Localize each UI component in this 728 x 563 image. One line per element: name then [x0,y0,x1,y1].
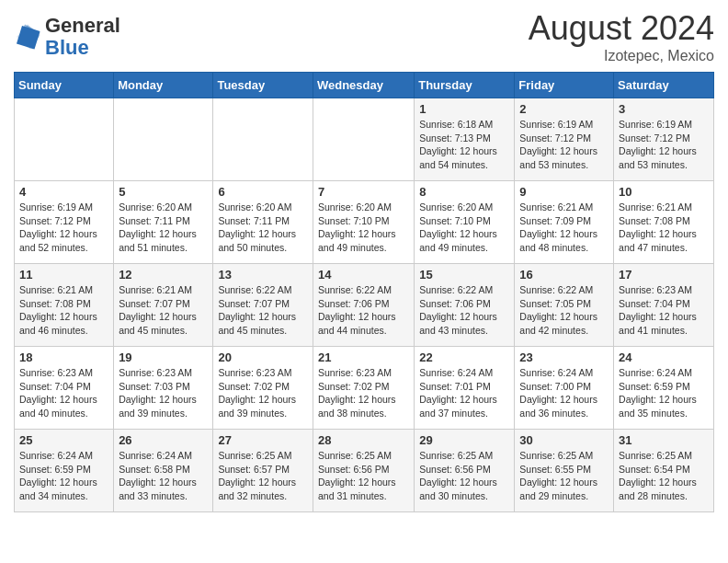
calendar-header-row: Sunday Monday Tuesday Wednesday Thursday… [15,73,714,98]
day-number: 30 [519,433,609,447]
table-row: 26Sunrise: 6:24 AMSunset: 6:58 PMDayligh… [114,430,213,512]
table-row: 30Sunrise: 6:25 AMSunset: 6:55 PMDayligh… [515,430,614,512]
table-row: 28Sunrise: 6:25 AMSunset: 6:56 PMDayligh… [313,430,414,512]
table-row: 7Sunrise: 6:20 AMSunset: 7:10 PMDaylight… [313,181,414,264]
day-number: 1 [419,102,509,116]
table-row: 6Sunrise: 6:20 AMSunset: 7:11 PMDaylight… [213,181,313,264]
day-info: Sunrise: 6:22 AMSunset: 7:06 PMDaylight:… [419,283,509,338]
day-info: Sunrise: 6:24 AMSunset: 6:59 PMDaylight:… [619,366,709,420]
table-row: 12Sunrise: 6:21 AMSunset: 7:07 PMDayligh… [114,264,213,347]
day-number: 28 [318,433,409,447]
col-monday: Monday [114,73,213,98]
day-number: 7 [318,185,409,199]
day-number: 11 [19,268,108,282]
day-info: Sunrise: 6:21 AMSunset: 7:08 PMDaylight:… [19,283,108,338]
day-info: Sunrise: 6:22 AMSunset: 7:05 PMDaylight:… [519,283,609,338]
day-info: Sunrise: 6:23 AMSunset: 7:04 PMDaylight:… [619,283,709,338]
day-info: Sunrise: 6:19 AMSunset: 7:12 PMDaylight:… [19,201,108,255]
day-number: 18 [19,350,108,364]
day-number: 2 [519,102,609,116]
day-number: 24 [619,350,709,364]
col-thursday: Thursday [415,73,515,98]
day-info: Sunrise: 6:20 AMSunset: 7:11 PMDaylight:… [119,201,208,255]
day-number: 8 [419,185,509,199]
table-row: 10Sunrise: 6:21 AMSunset: 7:08 PMDayligh… [614,181,714,264]
logo-icon [14,23,41,51]
table-row [114,98,213,181]
day-number: 5 [119,185,208,199]
day-info: Sunrise: 6:21 AMSunset: 7:07 PMDaylight:… [119,283,208,338]
logo-blue-text: Blue [45,36,89,59]
table-row: 27Sunrise: 6:25 AMSunset: 6:57 PMDayligh… [213,430,313,512]
day-number: 31 [619,433,709,447]
calendar-week-row: 4Sunrise: 6:19 AMSunset: 7:12 PMDaylight… [15,181,714,264]
day-info: Sunrise: 6:25 AMSunset: 6:56 PMDaylight:… [318,449,409,503]
day-info: Sunrise: 6:24 AMSunset: 7:00 PMDaylight:… [519,366,609,420]
day-info: Sunrise: 6:21 AMSunset: 7:08 PMDaylight:… [619,201,709,255]
day-number: 13 [218,268,308,282]
day-info: Sunrise: 6:22 AMSunset: 7:06 PMDaylight:… [318,283,409,338]
day-info: Sunrise: 6:25 AMSunset: 6:56 PMDaylight:… [419,449,509,503]
day-info: Sunrise: 6:20 AMSunset: 7:10 PMDaylight:… [419,201,509,255]
day-number: 25 [19,433,108,447]
calendar-week-row: 11Sunrise: 6:21 AMSunset: 7:08 PMDayligh… [15,264,714,347]
table-row: 4Sunrise: 6:19 AMSunset: 7:12 PMDaylight… [15,181,114,264]
logo: General Blue [14,15,120,59]
table-row: 18Sunrise: 6:23 AMSunset: 7:04 PMDayligh… [15,347,114,430]
day-number: 6 [218,185,308,199]
table-row: 1Sunrise: 6:18 AMSunset: 7:13 PMDaylight… [415,98,515,181]
table-row: 23Sunrise: 6:24 AMSunset: 7:00 PMDayligh… [515,347,614,430]
day-number: 15 [419,268,509,282]
day-number: 23 [519,350,609,364]
day-number: 12 [119,268,208,282]
day-info: Sunrise: 6:25 AMSunset: 6:55 PMDaylight:… [519,449,609,503]
day-info: Sunrise: 6:18 AMSunset: 7:13 PMDaylight:… [419,118,509,172]
table-row: 2Sunrise: 6:19 AMSunset: 7:12 PMDaylight… [515,98,614,181]
col-friday: Friday [515,73,614,98]
table-row: 15Sunrise: 6:22 AMSunset: 7:06 PMDayligh… [415,264,515,347]
day-info: Sunrise: 6:23 AMSunset: 7:02 PMDaylight:… [218,366,308,420]
table-row [213,98,313,181]
col-tuesday: Tuesday [213,73,313,98]
calendar-week-row: 1Sunrise: 6:18 AMSunset: 7:13 PMDaylight… [15,98,714,181]
day-info: Sunrise: 6:23 AMSunset: 7:02 PMDaylight:… [318,366,409,420]
table-row: 3Sunrise: 6:19 AMSunset: 7:12 PMDaylight… [614,98,714,181]
day-info: Sunrise: 6:20 AMSunset: 7:11 PMDaylight:… [218,201,308,255]
day-info: Sunrise: 6:24 AMSunset: 6:58 PMDaylight:… [119,449,208,503]
day-number: 4 [19,185,108,199]
page-header: General Blue August 2024 Izotepec, Mexic… [14,9,714,64]
table-row: 14Sunrise: 6:22 AMSunset: 7:06 PMDayligh… [313,264,414,347]
day-number: 17 [619,268,709,282]
table-row: 5Sunrise: 6:20 AMSunset: 7:11 PMDaylight… [114,181,213,264]
svg-marker-3 [17,26,40,50]
location-subtitle: Izotepec, Mexico [529,48,714,64]
table-row: 21Sunrise: 6:23 AMSunset: 7:02 PMDayligh… [313,347,414,430]
logo-text: General Blue [45,15,120,59]
table-row: 8Sunrise: 6:20 AMSunset: 7:10 PMDaylight… [415,181,515,264]
table-row: 31Sunrise: 6:25 AMSunset: 6:54 PMDayligh… [614,430,714,512]
title-block: August 2024 Izotepec, Mexico [529,9,714,64]
day-info: Sunrise: 6:23 AMSunset: 7:03 PMDaylight:… [119,366,208,420]
table-row: 19Sunrise: 6:23 AMSunset: 7:03 PMDayligh… [114,347,213,430]
day-info: Sunrise: 6:22 AMSunset: 7:07 PMDaylight:… [218,283,308,338]
table-row: 13Sunrise: 6:22 AMSunset: 7:07 PMDayligh… [213,264,313,347]
day-number: 26 [119,433,208,447]
col-wednesday: Wednesday [313,73,414,98]
day-info: Sunrise: 6:19 AMSunset: 7:12 PMDaylight:… [519,118,609,172]
day-info: Sunrise: 6:24 AMSunset: 7:01 PMDaylight:… [419,366,509,420]
month-year-title: August 2024 [529,9,714,48]
table-row: 16Sunrise: 6:22 AMSunset: 7:05 PMDayligh… [515,264,614,347]
calendar-week-row: 18Sunrise: 6:23 AMSunset: 7:04 PMDayligh… [15,347,714,430]
table-row: 17Sunrise: 6:23 AMSunset: 7:04 PMDayligh… [614,264,714,347]
day-number: 21 [318,350,409,364]
table-row: 11Sunrise: 6:21 AMSunset: 7:08 PMDayligh… [15,264,114,347]
day-number: 3 [619,102,709,116]
table-row: 25Sunrise: 6:24 AMSunset: 6:59 PMDayligh… [15,430,114,512]
table-row: 22Sunrise: 6:24 AMSunset: 7:01 PMDayligh… [415,347,515,430]
day-info: Sunrise: 6:24 AMSunset: 6:59 PMDaylight:… [19,449,108,503]
logo-general-text: General [45,14,120,37]
day-number: 16 [519,268,609,282]
col-sunday: Sunday [15,73,114,98]
day-number: 29 [419,433,509,447]
day-info: Sunrise: 6:19 AMSunset: 7:12 PMDaylight:… [619,118,709,172]
